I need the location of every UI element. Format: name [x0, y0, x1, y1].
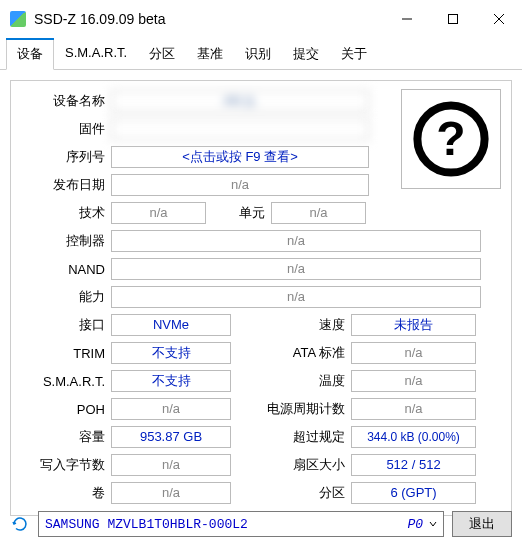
device-select-slot: P0 [407, 517, 423, 532]
value-controller: n/a [111, 230, 481, 252]
label-power-cycles: 电源周期计数 [231, 400, 351, 418]
refresh-icon[interactable] [10, 514, 30, 534]
value-power-cycles: n/a [351, 398, 476, 420]
value-overprov: 344.0 kB (0.00%) [351, 426, 476, 448]
value-smart: 不支持 [111, 370, 231, 392]
device-select[interactable]: SAMSUNG MZVLB1T0HBLR-000L2 P0 [38, 511, 444, 537]
value-sector-size: 512 / 512 [351, 454, 476, 476]
chevron-down-icon [429, 517, 437, 532]
label-tech: 技术 [21, 204, 111, 222]
value-trim: 不支持 [111, 342, 231, 364]
value-write-bytes: n/a [111, 454, 231, 476]
svg-text:?: ? [436, 112, 465, 165]
label-serial: 序列号 [21, 148, 111, 166]
titlebar-text: SSD-Z 16.09.09 beta [34, 11, 384, 27]
value-tech: n/a [111, 202, 206, 224]
exit-button[interactable]: 退出 [452, 511, 512, 537]
value-ability: n/a [111, 286, 481, 308]
tab-identify[interactable]: 识别 [234, 38, 282, 70]
window-controls [384, 4, 522, 34]
value-interface: NVMe [111, 314, 231, 336]
maximize-button[interactable] [430, 4, 476, 34]
app-icon [10, 11, 26, 27]
svg-rect-1 [449, 14, 458, 23]
close-button[interactable] [476, 4, 522, 34]
device-image: ? [401, 89, 501, 189]
device-fieldset: ? 设备名称 AN )L 固件 序列号 <点击或按 F9 查看> 发布日期 n/… [10, 80, 512, 516]
label-poh: POH [21, 402, 111, 417]
value-partition: 6 (GPT) [351, 482, 476, 504]
question-mark-icon: ? [411, 99, 491, 179]
label-volume: 卷 [21, 484, 111, 502]
value-speed: 未报告 [351, 314, 476, 336]
label-partition: 分区 [231, 484, 351, 502]
minimize-button[interactable] [384, 4, 430, 34]
titlebar: SSD-Z 16.09.09 beta [0, 0, 522, 37]
tab-partition[interactable]: 分区 [138, 38, 186, 70]
tab-smart[interactable]: S.M.A.R.T. [54, 38, 138, 70]
label-ability: 能力 [21, 288, 111, 306]
value-device-name: AN )L [111, 90, 369, 112]
value-release: n/a [111, 174, 369, 196]
content-area: ? 设备名称 AN )L 固件 序列号 <点击或按 F9 查看> 发布日期 n/… [0, 70, 522, 526]
label-speed: 速度 [231, 316, 351, 334]
value-serial[interactable]: <点击或按 F9 查看> [111, 146, 369, 168]
value-volume: n/a [111, 482, 231, 504]
label-sector-size: 扇区大小 [231, 456, 351, 474]
tab-submit[interactable]: 提交 [282, 38, 330, 70]
label-nand: NAND [21, 262, 111, 277]
value-nand: n/a [111, 258, 481, 280]
tab-bar: 设备 S.M.A.R.T. 分区 基准 识别 提交 关于 [0, 37, 522, 70]
label-overprov: 超过规定 [231, 428, 351, 446]
value-unit: n/a [271, 202, 366, 224]
tab-about[interactable]: 关于 [330, 38, 378, 70]
label-controller: 控制器 [21, 232, 111, 250]
label-temp: 温度 [231, 372, 351, 390]
label-interface: 接口 [21, 316, 111, 334]
label-device-name: 设备名称 [21, 92, 111, 110]
label-firmware: 固件 [21, 120, 111, 138]
device-select-text: SAMSUNG MZVLB1T0HBLR-000L2 [45, 517, 407, 532]
label-unit: 单元 [206, 204, 271, 222]
label-release: 发布日期 [21, 176, 111, 194]
value-ata-std: n/a [351, 342, 476, 364]
value-capacity: 953.87 GB [111, 426, 231, 448]
label-trim: TRIM [21, 346, 111, 361]
value-temp: n/a [351, 370, 476, 392]
label-write-bytes: 写入字节数 [21, 456, 111, 474]
tab-device[interactable]: 设备 [6, 38, 54, 70]
value-poh: n/a [111, 398, 231, 420]
label-smart: S.M.A.R.T. [21, 374, 111, 389]
value-firmware [111, 118, 369, 140]
footer: SAMSUNG MZVLB1T0HBLR-000L2 P0 退出 [10, 511, 512, 537]
tab-benchmark[interactable]: 基准 [186, 38, 234, 70]
label-capacity: 容量 [21, 428, 111, 446]
label-ata-std: ATA 标准 [231, 344, 351, 362]
